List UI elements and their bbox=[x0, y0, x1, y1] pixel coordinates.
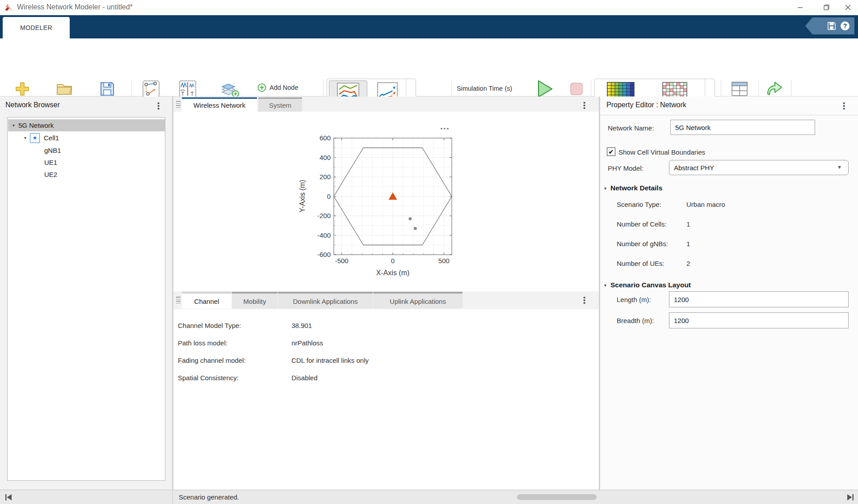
svg-text:?: ? bbox=[843, 22, 847, 29]
add-node-label: Add Node bbox=[269, 84, 299, 91]
ue-marker bbox=[408, 217, 412, 220]
tab-downlink-applications[interactable]: Downlink Applications bbox=[278, 292, 373, 309]
channel-details: Channel Model Type: 38.901 Path loss mod… bbox=[173, 309, 599, 490]
breadth-value: 1200 bbox=[674, 317, 689, 324]
tree-item-label: UE2 bbox=[44, 171, 57, 178]
network-tree: ▾ 5G Network ▾ ★ Cell1 gNB1 UE1 UE2 bbox=[7, 117, 165, 481]
tree-expand-icon[interactable]: ▾ bbox=[13, 123, 15, 128]
number-of-cells-label: Number of Cells: bbox=[617, 220, 667, 228]
close-button[interactable] bbox=[837, 0, 858, 14]
number-of-gnbs-label: Number of gNBs: bbox=[617, 240, 668, 248]
quick-access-toolbar: ? bbox=[805, 17, 854, 34]
tree-expand-icon[interactable]: ▾ bbox=[24, 135, 26, 140]
network-name-input[interactable]: 5G Network bbox=[670, 120, 815, 135]
collapse-right-icon[interactable] bbox=[846, 493, 854, 501]
number-of-ues-value: 2 bbox=[686, 260, 690, 267]
length-input[interactable]: 1200 bbox=[669, 291, 849, 307]
dropdown-arrow-icon: ▼ bbox=[837, 164, 842, 170]
minimize-button[interactable] bbox=[790, 0, 810, 14]
detail-label: Path loss model: bbox=[178, 339, 290, 347]
svg-text:0: 0 bbox=[327, 193, 331, 200]
gnb-marker bbox=[389, 193, 397, 200]
show-boundaries-label: Show Cell Virtual Boundaries bbox=[618, 148, 705, 156]
tab-channel[interactable]: Channel bbox=[182, 292, 231, 309]
tab-uplink-applications[interactable]: Uplink Applications bbox=[373, 292, 463, 309]
section-collapse-icon[interactable]: ▾ bbox=[604, 186, 606, 191]
detail-value: nrPathloss bbox=[291, 339, 323, 347]
simulation-time-label: Simulation Time (s) bbox=[457, 85, 512, 92]
phy-model-value: Abstract PHY bbox=[674, 164, 714, 172]
status-divider bbox=[172, 490, 173, 504]
detail-row: Path loss model: nrPathloss bbox=[178, 339, 323, 347]
horizontal-scrollbar-thumb[interactable] bbox=[517, 494, 597, 500]
x-axis-label: X-Axis (m) bbox=[376, 269, 410, 277]
show-boundaries-checkbox[interactable]: ✔ bbox=[607, 147, 615, 156]
svg-text:0: 0 bbox=[391, 257, 395, 265]
tab-label: Uplink Applications bbox=[390, 298, 446, 305]
property-editor-title: Property Editor : Network bbox=[606, 101, 686, 109]
canvas-menu-icon[interactable]: ••• bbox=[583, 101, 585, 109]
maximize-button[interactable] bbox=[816, 0, 837, 14]
add-node-button[interactable]: Add Node bbox=[257, 83, 299, 92]
plot-options-icon[interactable] bbox=[441, 128, 449, 130]
svg-text:500: 500 bbox=[438, 257, 450, 265]
detail-label: Channel Model Type: bbox=[178, 322, 290, 329]
tree-item-label: gNB1 bbox=[44, 147, 61, 154]
tab-label: System bbox=[269, 101, 291, 109]
detail-row: Fading channel model: CDL for intracell … bbox=[178, 357, 369, 364]
length-value: 1200 bbox=[674, 296, 689, 303]
svg-text:600: 600 bbox=[320, 134, 331, 142]
tab-wireless-network[interactable]: Wireless Network bbox=[182, 97, 257, 112]
scenario-type-value: Urban macro bbox=[686, 201, 725, 208]
length-label: Length (m): bbox=[617, 296, 651, 303]
phy-model-label: PHY Model: bbox=[608, 164, 644, 172]
window-title: Wireless Network Modeler - untitled* bbox=[17, 3, 133, 11]
svg-text:-200: -200 bbox=[317, 212, 331, 219]
svg-text:-500: -500 bbox=[335, 257, 349, 265]
maximize-icon bbox=[824, 4, 829, 10]
title-bar: Wireless Network Modeler - untitled* bbox=[0, 0, 858, 15]
property-editor-menu-icon[interactable]: ••• bbox=[843, 102, 845, 110]
scenario-type-label: Scenario Type: bbox=[617, 201, 661, 208]
svg-text:400: 400 bbox=[320, 154, 331, 161]
detail-label: Spatial Consistency: bbox=[178, 374, 290, 382]
section-collapse-icon[interactable]: ▾ bbox=[604, 283, 606, 288]
tab-label: Downlink Applications bbox=[293, 298, 358, 305]
details-tabbar: Channel Mobility Downlink Applications U… bbox=[173, 291, 599, 309]
detail-row: Spatial Consistency: Disabled bbox=[178, 374, 318, 382]
tab-mobility[interactable]: Mobility bbox=[232, 292, 278, 309]
svg-text:-400: -400 bbox=[317, 231, 331, 239]
detail-label: Fading channel model: bbox=[178, 357, 290, 364]
network-browser-menu-icon[interactable]: ••• bbox=[157, 102, 160, 110]
toolstrip: New Session▾ Open Session▾ Save Session▾… bbox=[0, 38, 858, 97]
number-of-ues-label: Number of UEs: bbox=[617, 260, 665, 267]
help-icon[interactable]: ? bbox=[840, 21, 850, 31]
collapse-left-icon[interactable] bbox=[4, 493, 13, 501]
phy-model-dropdown[interactable]: Abstract PHY ▼ bbox=[669, 160, 849, 175]
panel-drag-handle[interactable] bbox=[176, 101, 181, 108]
tree-item-cell1[interactable]: ▾ ★ Cell1 bbox=[8, 132, 165, 144]
details-menu-icon[interactable]: ••• bbox=[583, 296, 585, 304]
network-browser-panel: Network Browser ••• ▾ 5G Network ▾ ★ Cel… bbox=[0, 97, 172, 490]
number-of-cells-value: 1 bbox=[686, 220, 690, 228]
tree-item-gnb1[interactable]: gNB1 bbox=[8, 144, 165, 156]
detail-value: 38.901 bbox=[291, 322, 312, 329]
status-message: Scenario generated. bbox=[179, 493, 239, 501]
status-bar: Scenario generated. bbox=[0, 490, 858, 504]
tab-modeler[interactable]: MODELER bbox=[3, 17, 70, 38]
tree-item-5g-network[interactable]: ▾ 5G Network bbox=[8, 119, 165, 131]
tree-item-ue1[interactable]: UE1 bbox=[8, 156, 165, 168]
svg-text:-600: -600 bbox=[317, 251, 331, 258]
tab-system[interactable]: System bbox=[258, 97, 302, 112]
tab-label: Channel bbox=[194, 298, 219, 305]
scenario-canvas[interactable]: -50005006004002000-200-400-600 X-Axis (m… bbox=[173, 112, 599, 291]
network-name-label: Network Name: bbox=[608, 124, 654, 132]
breadth-label: Breadth (m): bbox=[617, 317, 654, 324]
tree-item-ue2[interactable]: UE2 bbox=[8, 168, 165, 181]
detail-value: CDL for intracell links only bbox=[291, 357, 369, 364]
quick-save-icon[interactable] bbox=[827, 21, 837, 31]
network-name-value: 5G Network bbox=[675, 124, 711, 131]
breadth-input[interactable]: 1200 bbox=[669, 312, 849, 328]
panel-drag-handle[interactable] bbox=[176, 297, 181, 303]
scenario-plot[interactable]: -50005006004002000-200-400-600 X-Axis (m… bbox=[290, 123, 465, 284]
